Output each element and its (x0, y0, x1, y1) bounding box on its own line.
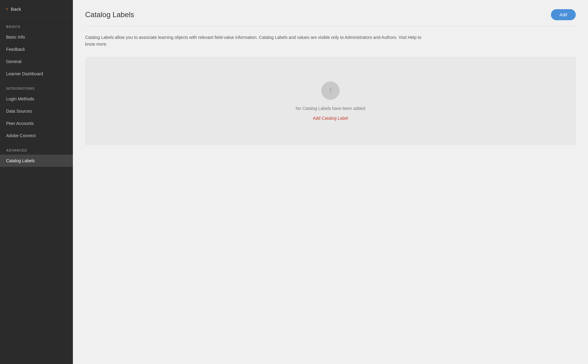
header-divider (85, 26, 576, 27)
empty-state-icon: ! (321, 81, 340, 100)
sidebar-item-label: Data Sources (6, 109, 32, 114)
sidebar-item-label: Catalog Labels (6, 158, 35, 163)
description-text: Catalog Labels allow you to associate le… (85, 34, 422, 48)
sidebar-section-integrations: INTEGRATIONS (0, 80, 73, 93)
page-header: Catalog Labels Add (85, 9, 576, 20)
sidebar-item-login-methods[interactable]: Login Methods (0, 93, 73, 105)
sidebar-item-label: Peer Accounts (6, 121, 34, 126)
sidebar-item-label: General (6, 59, 21, 64)
add-catalog-label-link[interactable]: Add Catalog Label (313, 116, 348, 121)
sidebar-item-adobe-connect[interactable]: Adobe Connect (0, 129, 73, 142)
back-label: Back (11, 6, 21, 12)
sidebar-item-basic-info[interactable]: Basic Info (0, 31, 73, 43)
back-button[interactable]: ‹ Back (0, 0, 73, 18)
sidebar-item-learner-dashboard[interactable]: Learner Dashboard (0, 68, 73, 80)
page-title: Catalog Labels (85, 10, 134, 19)
main-content: Catalog Labels Add Catalog Labels allow … (73, 0, 588, 364)
sidebar-item-data-sources[interactable]: Data Sources (0, 105, 73, 117)
sidebar-item-label: Login Methods (6, 96, 34, 101)
sidebar-item-label: Learner Dashboard (6, 71, 43, 76)
sidebar-section-advanced: ADVANCED (0, 142, 73, 155)
sidebar-item-peer-accounts[interactable]: Peer Accounts (0, 117, 73, 129)
sidebar-section-basics: BASICS (0, 18, 73, 31)
sidebar-item-label: Adobe Connect (6, 133, 36, 138)
chevron-left-icon: ‹ (6, 6, 8, 12)
sidebar-item-feedback[interactable]: Feedback (0, 43, 73, 55)
sidebar-item-label: Basic Info (6, 35, 25, 39)
empty-state-message: No Catalog Labels have been added (296, 106, 365, 111)
add-button[interactable]: Add (551, 9, 576, 20)
sidebar: ‹ Back BASICS Basic Info Feedback Genera… (0, 0, 73, 364)
sidebar-item-label: Feedback (6, 47, 25, 52)
sidebar-item-catalog-labels[interactable]: Catalog Labels (0, 155, 73, 167)
sidebar-item-general[interactable]: General (0, 55, 73, 68)
exclamation-icon: ! (329, 86, 332, 95)
empty-state-container: ! No Catalog Labels have been added Add … (85, 57, 576, 145)
